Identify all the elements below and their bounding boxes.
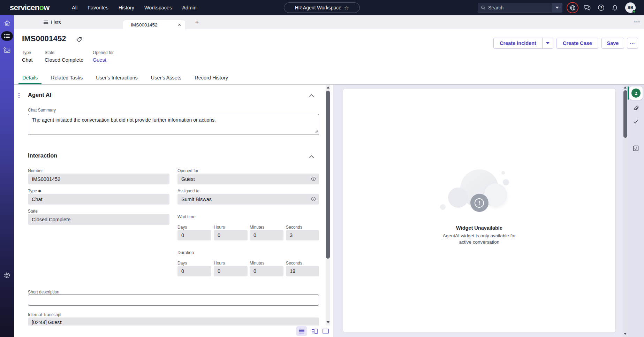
notifications-button[interactable]: [609, 2, 620, 13]
illustration-dot: [501, 171, 505, 175]
duration-minutes-field[interactable]: 0: [250, 266, 283, 276]
scroll-down-arrow[interactable]: [624, 333, 627, 335]
record-tab-active[interactable]: IMS0001452 ×: [123, 20, 185, 29]
user-avatar[interactable]: SB: [625, 2, 636, 13]
workspace-pill[interactable]: HR Agent Workspace ☆: [284, 2, 360, 13]
chat-summary-textarea[interactable]: The agent initiated the conversation but…: [28, 114, 319, 135]
form-scrollbar-thumb[interactable]: [326, 91, 330, 259]
duration-seconds-field[interactable]: 19: [286, 266, 319, 276]
home-icon: [3, 20, 11, 27]
favorite-star-icon[interactable]: ☆: [344, 5, 349, 10]
search-input[interactable]: [488, 5, 544, 10]
approvals-button[interactable]: [631, 144, 640, 153]
internal-transcript-field[interactable]: [02:44] Guest:: [28, 317, 319, 325]
wait-seconds-field[interactable]: 3: [286, 230, 319, 240]
scroll-up-arrow[interactable]: [624, 86, 627, 89]
home-button[interactable]: [0, 18, 14, 28]
language-globe-button[interactable]: [567, 2, 578, 13]
settings-button[interactable]: [0, 270, 14, 280]
record-detail-tabs: Details Related Tasks User's Interaction…: [14, 72, 644, 85]
assigned-to-value: Sumit Biswas: [181, 197, 212, 202]
wait-minutes-field[interactable]: 0: [250, 230, 283, 240]
tab-strip-more-button[interactable]: ⋯: [634, 18, 640, 25]
close-tab-icon[interactable]: ×: [178, 22, 181, 28]
logo-text: servicen: [10, 3, 39, 12]
wait-days-field[interactable]: 0: [177, 230, 211, 240]
tab-details[interactable]: Details: [18, 72, 41, 84]
nav-history[interactable]: History: [119, 5, 134, 10]
meta-type-value: Chat: [22, 57, 33, 63]
servicenow-logo[interactable]: servicenow: [10, 3, 50, 12]
logo-accent: o: [39, 3, 44, 12]
wait-days-value: 0: [181, 232, 184, 238]
nav-all[interactable]: All: [72, 5, 77, 10]
wait-minutes-value: 0: [253, 232, 256, 238]
lists-tab-label: Lists: [51, 20, 61, 25]
create-incident-button[interactable]: Create incident: [494, 38, 543, 48]
duration-hours-field[interactable]: 0: [214, 266, 248, 276]
tab-record-history[interactable]: Record History: [191, 72, 232, 84]
view-full-button[interactable]: [320, 326, 331, 336]
nav-admin[interactable]: Admin: [182, 5, 196, 10]
view-list-button[interactable]: [296, 326, 307, 336]
tasks-done-button[interactable]: [631, 117, 640, 126]
interaction-collapse-button[interactable]: [309, 154, 314, 160]
record-preview-button[interactable]: [311, 197, 316, 202]
opened-for-label: Opened for: [177, 168, 198, 173]
section-drag-handle[interactable]: [18, 92, 20, 100]
agent-assist-button-active[interactable]: [629, 86, 643, 100]
nav-workspaces[interactable]: Workspaces: [144, 5, 172, 10]
opened-for-field[interactable]: Guest: [177, 174, 319, 184]
page-scrollbar-thumb[interactable]: [623, 90, 627, 138]
lists-tab[interactable]: Lists: [43, 15, 61, 29]
state-field[interactable]: Closed Complete: [28, 214, 169, 225]
wait-seconds-value: 3: [290, 232, 293, 238]
type-value: Chat: [32, 197, 43, 202]
form-scrollbar[interactable]: [326, 85, 330, 325]
exclamation-icon: !: [475, 198, 484, 208]
create-incident-dropdown[interactable]: [543, 38, 553, 48]
wait-days-label: Days: [177, 225, 187, 230]
globe-icon: [569, 5, 576, 11]
wait-hours-field[interactable]: 0: [214, 230, 248, 240]
meta-opened-for-link[interactable]: Guest: [93, 57, 114, 63]
record-tab-label: IMS0001452: [131, 22, 158, 28]
duration-hours-label: Hours: [214, 261, 225, 266]
duration-days-field[interactable]: 0: [177, 266, 211, 276]
create-case-button[interactable]: Create Case: [556, 38, 598, 49]
attachments-button[interactable]: [631, 104, 640, 113]
tab-related-tasks[interactable]: Related Tasks: [47, 72, 86, 84]
search-scope-dropdown[interactable]: [552, 3, 562, 13]
logo-text-2: w: [44, 3, 50, 12]
scroll-down-arrow[interactable]: [327, 321, 329, 323]
tab-users-interactions[interactable]: User's Interactions: [92, 72, 142, 84]
resize-handle-icon[interactable]: [315, 128, 318, 134]
drag-dots-icon: [18, 92, 20, 99]
help-button[interactable]: ?: [596, 2, 607, 13]
number-field[interactable]: IMS0001452: [28, 174, 169, 184]
widget-unavailable-illustration: !: [443, 169, 516, 221]
record-more-actions-button[interactable]: ⋯: [627, 38, 638, 49]
view-split-button[interactable]: [309, 326, 320, 336]
inbox-button[interactable]: [0, 45, 14, 55]
type-field[interactable]: Chat: [28, 194, 169, 205]
new-tab-button[interactable]: +: [192, 18, 202, 27]
chat-icon: [584, 4, 591, 11]
meta-opened-for: Opened for Guest: [93, 50, 114, 63]
form-view-footer: [14, 325, 333, 337]
assigned-to-field[interactable]: Sumit Biswas: [177, 194, 319, 205]
chat-button[interactable]: [582, 2, 593, 13]
state-value: Closed Complete: [32, 217, 70, 222]
opened-for-value: Guest: [181, 176, 195, 182]
agent-ai-collapse-button[interactable]: [309, 93, 314, 99]
tag-button[interactable]: [76, 37, 82, 44]
scroll-up-arrow[interactable]: [327, 86, 329, 89]
top-header: servicenow All Favorites History Workspa…: [0, 0, 644, 15]
short-description-input[interactable]: [28, 294, 319, 306]
tab-users-assets[interactable]: User's Assets: [147, 72, 185, 84]
page-scrollbar[interactable]: [623, 85, 628, 337]
nav-favorites[interactable]: Favorites: [88, 5, 108, 10]
lists-rail-button-active[interactable]: [1, 31, 13, 41]
save-button[interactable]: Save: [601, 38, 624, 49]
record-preview-button[interactable]: [311, 176, 316, 182]
